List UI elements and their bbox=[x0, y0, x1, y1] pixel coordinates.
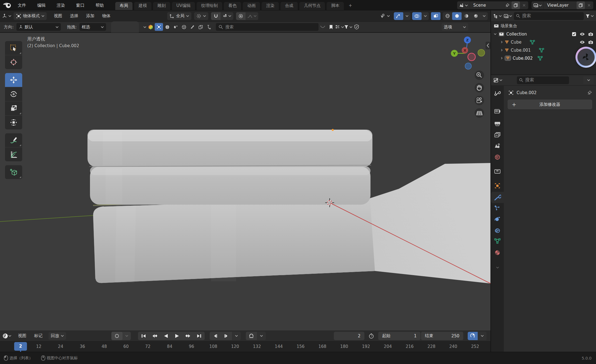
gizmo-y-neg-ball[interactable] bbox=[478, 49, 485, 56]
checkbox-icon[interactable] bbox=[572, 32, 576, 36]
shading-rendered[interactable] bbox=[471, 12, 480, 20]
tool-rotate[interactable] bbox=[5, 87, 22, 101]
tool-add-cube[interactable] bbox=[5, 165, 22, 179]
show-overlays-toggle[interactable] bbox=[412, 12, 422, 20]
tool-move[interactable] bbox=[5, 73, 22, 87]
menu-render[interactable]: 渲染 bbox=[51, 0, 71, 11]
tab-render[interactable] bbox=[491, 106, 504, 117]
camera-icon[interactable] bbox=[588, 32, 593, 36]
tab-view-layer[interactable] bbox=[491, 129, 504, 140]
scene-name[interactable]: Scene bbox=[470, 3, 503, 8]
pan-view-button[interactable] bbox=[475, 83, 484, 92]
tab-workspace-scripting[interactable]: 脚本 bbox=[327, 2, 344, 10]
blender-logo[interactable] bbox=[3, 2, 12, 9]
gizmo-dropdown[interactable] bbox=[403, 12, 410, 20]
tab-object-data[interactable] bbox=[491, 235, 504, 247]
expand-chevron-icon[interactable] bbox=[494, 33, 497, 35]
filter-curve-icon[interactable] bbox=[205, 23, 213, 31]
rail-more-chevron[interactable] bbox=[491, 262, 504, 273]
add-workspace-button[interactable]: + bbox=[346, 2, 355, 10]
tab-workspace-compositing[interactable]: 合成 bbox=[281, 2, 298, 10]
keying-set-button[interactable] bbox=[468, 332, 478, 340]
menu-help[interactable]: 帮助 bbox=[90, 0, 109, 11]
copy-icon[interactable] bbox=[577, 1, 585, 9]
tab-scene[interactable] bbox=[491, 140, 504, 151]
loop-toggle[interactable] bbox=[246, 332, 257, 340]
pivot-point-selector[interactable] bbox=[194, 12, 208, 20]
tab-modifiers[interactable] bbox=[491, 192, 504, 203]
xray-toggle[interactable] bbox=[431, 12, 440, 20]
filter-collapse-chevron[interactable] bbox=[143, 26, 146, 28]
stopwatch-icon[interactable] bbox=[367, 332, 375, 340]
current-frame-field[interactable]: 2 bbox=[334, 332, 364, 340]
pin-icon[interactable] bbox=[587, 90, 592, 95]
shading-solid[interactable] bbox=[452, 12, 462, 20]
frame-forward-button[interactable] bbox=[221, 332, 232, 340]
outliner-search-input[interactable]: 搜索 bbox=[514, 12, 584, 20]
shading-material[interactable] bbox=[462, 12, 471, 20]
tool-search-input[interactable]: 搜索 bbox=[216, 23, 319, 31]
timeline-menu-view[interactable]: 视图 bbox=[14, 333, 30, 338]
funnel-filter-selector[interactable] bbox=[344, 23, 352, 31]
collapse-chevron-icon[interactable] bbox=[501, 49, 503, 51]
shading-wireframe[interactable] bbox=[443, 12, 452, 20]
outliner-display-mode[interactable] bbox=[504, 12, 512, 20]
viewlayer-name[interactable]: ViewLayer bbox=[544, 3, 577, 8]
viewport-3d[interactable]: X Z Y 用 bbox=[0, 33, 490, 330]
collapse-chevron-icon[interactable] bbox=[501, 41, 503, 43]
scene-browse-button[interactable] bbox=[457, 1, 470, 9]
mode-selector[interactable]: 物体模式 bbox=[14, 12, 47, 20]
sidebar-collapse-tab[interactable] bbox=[485, 42, 490, 49]
camera-icon[interactable] bbox=[588, 40, 593, 44]
shading-dropdown[interactable] bbox=[480, 12, 488, 20]
jump-start-button[interactable] bbox=[138, 332, 149, 340]
timeline-menu-marker[interactable]: 标记 bbox=[30, 333, 46, 338]
properties-search-input[interactable]: 搜索 bbox=[517, 76, 569, 84]
filter-duplicate-icon[interactable] bbox=[196, 23, 205, 31]
tab-physics[interactable] bbox=[491, 214, 504, 225]
filter-brush-icon[interactable] bbox=[188, 23, 196, 31]
gizmo-z-neg-ball[interactable] bbox=[465, 63, 472, 69]
frame-back-button[interactable] bbox=[210, 332, 221, 340]
snap-target-selector[interactable] bbox=[221, 12, 233, 20]
tab-collection-props[interactable] bbox=[491, 166, 504, 177]
direction-dropdown[interactable]: 默认 bbox=[16, 23, 61, 31]
add-modifier-button[interactable]: + 添加修改器 bbox=[508, 100, 592, 109]
material-ball-icon[interactable] bbox=[146, 23, 155, 31]
filter-select-icon[interactable] bbox=[155, 23, 163, 31]
tab-particles[interactable] bbox=[491, 202, 504, 214]
curve-tool-icon[interactable] bbox=[319, 23, 327, 31]
visibility-selector[interactable] bbox=[378, 12, 392, 20]
keying-dropdown[interactable] bbox=[478, 332, 487, 340]
tab-workspace-animation[interactable]: 动画 bbox=[243, 2, 260, 10]
properties-editor-type[interactable] bbox=[493, 76, 502, 84]
viewlayer-browse-button[interactable] bbox=[532, 1, 544, 9]
tab-material[interactable] bbox=[491, 247, 504, 258]
show-gizmo-toggle[interactable] bbox=[394, 12, 403, 20]
options-dropdown[interactable]: 选项 bbox=[442, 23, 468, 31]
properties-options-dropdown[interactable] bbox=[583, 76, 594, 84]
proportional-edit-toggle[interactable] bbox=[236, 12, 246, 20]
camera-view-button[interactable] bbox=[475, 96, 484, 105]
jump-end-button[interactable] bbox=[194, 332, 205, 340]
menu-view[interactable]: 视图 bbox=[50, 13, 66, 19]
display-mode-selector[interactable] bbox=[335, 23, 344, 31]
tab-output[interactable] bbox=[491, 118, 504, 129]
outliner-row-collection[interactable]: Collection bbox=[491, 30, 596, 38]
frame-start-field[interactable]: 起始 1 bbox=[378, 332, 420, 340]
tab-constraints[interactable] bbox=[491, 225, 504, 236]
timeline-ruler[interactable]: 1224364860728496108120132144156168180192… bbox=[0, 342, 490, 352]
copy-icon[interactable] bbox=[512, 1, 520, 9]
breadcrumb-object-name[interactable]: Cube.002 bbox=[517, 90, 537, 95]
bookmark-icon[interactable] bbox=[327, 23, 335, 31]
ortho-toggle-button[interactable] bbox=[475, 108, 484, 118]
tab-workspace-shading[interactable]: 着色 bbox=[224, 2, 241, 10]
timeline-editor-type[interactable] bbox=[2, 332, 11, 340]
tab-object[interactable] bbox=[491, 180, 504, 191]
autokey-dropdown[interactable] bbox=[122, 332, 131, 340]
eye-icon[interactable] bbox=[580, 32, 585, 36]
tab-world[interactable] bbox=[491, 152, 504, 163]
collapse-chevron-icon[interactable] bbox=[501, 57, 503, 59]
snap-toggle[interactable] bbox=[211, 12, 221, 20]
close-icon[interactable] bbox=[520, 1, 528, 9]
